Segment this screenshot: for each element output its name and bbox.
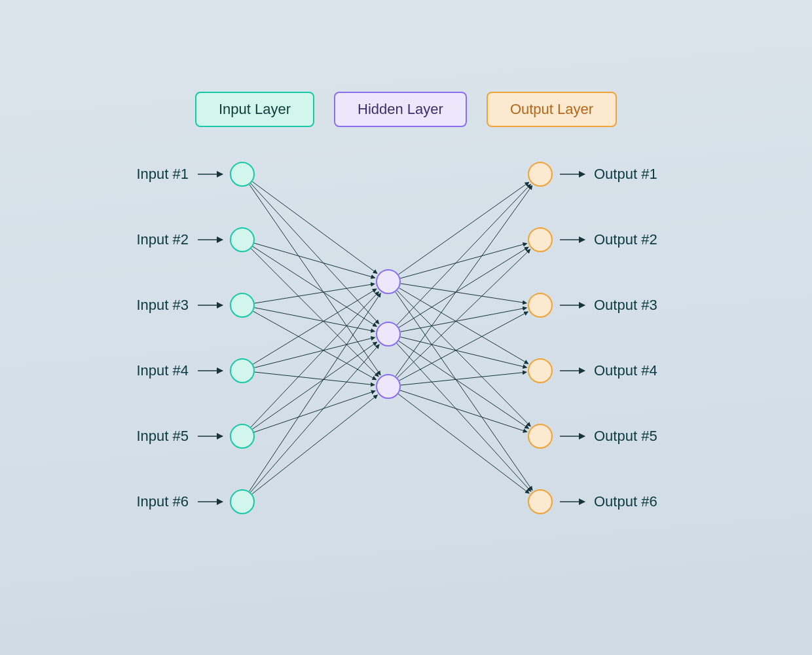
output-label-2: Output #2 (594, 231, 657, 248)
input-label-3: Input #3 (136, 297, 189, 313)
input-label-1: Input #1 (136, 166, 189, 182)
edge (399, 247, 528, 328)
input-label-4: Input #4 (136, 362, 189, 379)
output-label-3: Output #3 (594, 297, 657, 313)
edge (401, 372, 526, 385)
input-node-2 (231, 228, 254, 252)
edge (396, 185, 532, 376)
edge (251, 183, 379, 324)
nodes-group (231, 162, 552, 514)
network-svg: Input #1Input #2Input #3Input #4Input #5… (0, 0, 812, 655)
edge (252, 395, 378, 494)
edge (254, 243, 375, 278)
edge (252, 181, 377, 273)
edge (251, 291, 379, 427)
edge (400, 337, 526, 367)
edge (399, 312, 528, 381)
input-label-5: Input #5 (136, 428, 189, 444)
input-label-2: Input #2 (136, 231, 189, 248)
edge (253, 289, 377, 364)
edge (396, 292, 532, 491)
edge (401, 308, 527, 332)
edge (255, 372, 375, 385)
edge (250, 345, 379, 493)
output-label-5: Output #5 (594, 428, 657, 444)
hidden-node-1 (377, 270, 400, 293)
input-node-3 (231, 293, 254, 317)
input-node-5 (231, 424, 254, 448)
hidden-node-2 (377, 322, 400, 346)
edge (397, 343, 531, 491)
input-node-1 (231, 162, 254, 186)
input-node-6 (231, 490, 254, 514)
output-node-6 (528, 490, 552, 514)
edge (400, 390, 527, 432)
output-node-4 (528, 359, 552, 383)
edge (400, 244, 526, 278)
input-node-4 (231, 359, 254, 383)
output-label-6: Output #6 (594, 493, 657, 510)
output-node-1 (528, 162, 552, 186)
edge (254, 391, 375, 432)
edge (249, 185, 380, 375)
output-node-2 (528, 228, 552, 252)
edge (249, 293, 381, 491)
hidden-node-3 (377, 375, 400, 398)
edge (399, 341, 529, 429)
edge (397, 184, 530, 325)
edge (255, 308, 375, 331)
input-label-6: Input #6 (136, 493, 189, 510)
output-label-4: Output #4 (594, 362, 657, 379)
edge (253, 342, 377, 429)
edge (398, 394, 529, 493)
output-node-5 (528, 424, 552, 448)
output-label-1: Output #1 (594, 166, 657, 182)
output-node-3 (528, 293, 552, 317)
